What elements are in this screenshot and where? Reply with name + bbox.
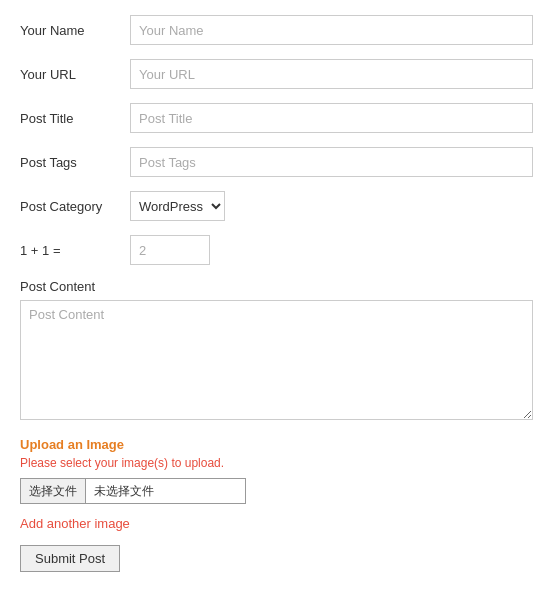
math-label: 1 + 1 = [20,243,130,258]
post-category-select-wrapper: WordPress General News [130,191,225,221]
post-title-row: Post Title [20,103,533,133]
choose-file-button[interactable]: 选择文件 [20,478,86,504]
post-content-label: Post Content [20,279,533,294]
your-url-input[interactable] [130,59,533,89]
post-content-textarea[interactable] [20,300,533,420]
math-row: 1 + 1 = [20,235,533,265]
post-category-label: Post Category [20,199,130,214]
post-category-row: Post Category WordPress General News [20,191,533,221]
math-input[interactable] [130,235,210,265]
your-name-row: Your Name [20,15,533,45]
post-category-select[interactable]: WordPress General News [130,191,225,221]
your-url-row: Your URL [20,59,533,89]
post-tags-input[interactable] [130,147,533,177]
your-url-label: Your URL [20,67,130,82]
your-name-label: Your Name [20,23,130,38]
upload-subtitle: Please select your image(s) to upload. [20,456,533,470]
post-content-section: Post Content [20,279,533,423]
add-another-image-link[interactable]: Add another image [20,516,130,531]
upload-section: Upload an Image Please select your image… [20,437,533,504]
submit-post-button[interactable]: Submit Post [20,545,120,572]
file-input-row: 选择文件 未选择文件 [20,478,533,504]
file-name-display: 未选择文件 [86,478,246,504]
post-title-label: Post Title [20,111,130,126]
post-tags-label: Post Tags [20,155,130,170]
your-name-input[interactable] [130,15,533,45]
post-title-input[interactable] [130,103,533,133]
post-tags-row: Post Tags [20,147,533,177]
upload-title: Upload an Image [20,437,533,452]
